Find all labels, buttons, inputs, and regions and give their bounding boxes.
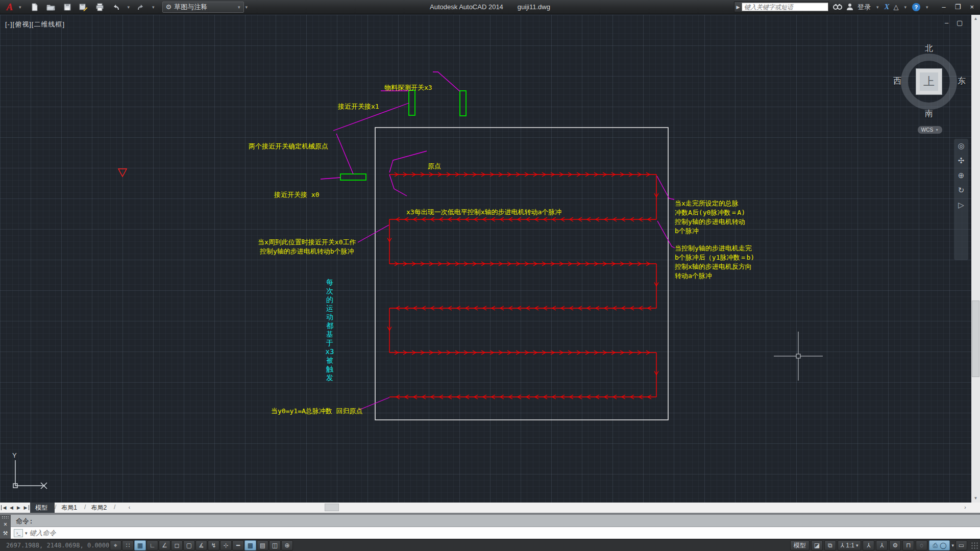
next-tab-button[interactable]: ▶ [15,505,22,510]
autodesk360-icon[interactable]: △ [893,3,898,11]
annotation-prox-x0: 接近开关接 x0 [274,190,319,199]
viewcube-top-face[interactable]: 上 [916,68,942,95]
first-tab-button[interactable]: ◀ [1,505,8,510]
a360-caret-icon[interactable]: ▾ [904,5,906,10]
annotation-visibility-button[interactable]: ⅄ [863,540,874,550]
drawing-minimize-button[interactable]: – [945,19,948,27]
snap-mode-button[interactable]: ∷ [122,540,134,550]
tab-model[interactable]: 模型 [30,503,55,513]
zoom-icon[interactable]: ⊕ [958,171,965,179]
object-snap-tracking-button[interactable]: ∡ [195,540,207,550]
layout-button[interactable]: ◪ [811,540,823,550]
scroll-right-icon[interactable]: › [962,504,969,511]
viewport-controls[interactable]: [-][俯视][二维线框] [5,20,65,29]
dynamic-ucs-button[interactable]: ↯ [208,540,219,550]
search-binoculars-icon[interactable] [833,3,842,11]
horizontal-scroll-thumb[interactable] [325,504,339,511]
annotation-prox-x1: 接近开关接x1 [338,102,379,111]
scroll-up-icon[interactable]: ▲ [971,15,980,23]
infer-constraints-button[interactable]: ⌖ [110,540,121,550]
save-as-button[interactable] [77,2,90,13]
exchange-apps-icon[interactable]: X [884,3,889,11]
command-customize-icon[interactable]: ⚒ [0,530,11,537]
qat-customize-caret-icon[interactable]: ▾ [246,5,248,10]
app-menu-caret-icon[interactable]: ▾ [19,5,21,10]
save-icon [63,3,71,11]
resize-grip[interactable] [971,542,978,549]
redo-caret-icon[interactable]: ▾ [152,5,155,10]
new-file-button[interactable] [28,2,41,13]
isolate-objects-button[interactable]: ◌ [916,540,927,550]
prev-tab-button[interactable]: ◀ [8,505,15,510]
search-input[interactable] [742,3,828,11]
tab-layout1[interactable]: 布局1 [56,503,84,513]
orbit-icon[interactable]: ↻ [958,186,965,194]
3d-object-snap-button[interactable]: ▢ [183,540,195,550]
viewcube-south[interactable]: 南 [925,109,933,119]
hardware-acceleration-group[interactable]: ⎙ ◯ [929,540,950,550]
quick-view-layouts-button[interactable]: ⧉ [824,540,836,550]
help-button[interactable]: ? [912,3,920,11]
lineweight-button[interactable]: ━ [232,540,244,550]
viewcube-north[interactable]: 北 [925,43,933,54]
clean-screen-button[interactable]: ▭ [955,540,967,550]
status-menu-caret-icon[interactable]: ▾ [951,543,954,548]
undo-caret-icon[interactable]: ▾ [128,5,130,10]
command-window-grip[interactable]: × ⚒ [0,515,11,539]
plot-button[interactable] [93,2,107,13]
polar-tracking-button[interactable]: ∠ [159,540,170,550]
annotation-scale-control[interactable]: ⅄ 1:1 ▾ [838,540,862,550]
viewcube-west[interactable]: 西 [893,76,901,87]
ortho-mode-button[interactable]: ∟ [146,540,158,550]
command-prompt-icon[interactable]: ›_ [14,529,23,537]
scroll-left-icon[interactable]: ‹ [126,504,133,511]
workspace-name: 草图与注释 [174,3,207,12]
drawing-restore-button[interactable]: ▢ [957,19,963,27]
undo-button[interactable] [110,2,123,13]
annotation-person-icon: ⅄ [841,542,844,549]
restore-button[interactable]: ❐ [955,3,961,11]
minimize-button[interactable]: – [942,3,946,11]
showmotion-icon[interactable]: ▷ [958,201,964,209]
annotation-monitor-button[interactable]: ⊕ [281,540,293,550]
help-caret-icon[interactable]: ▾ [926,5,928,10]
autocad-window: A ▾ ▾ ▾ ⚙ 草图与注释 ▾ ▾ [0,0,980,551]
steering-wheel-icon[interactable]: ◎ [958,142,964,149]
viewcube[interactable]: 北 南 西 东 上 WCS▼ [894,43,964,140]
annotation-vertical-note: 每 次 的 运 动 都 基 于 x3 被 触 发 [325,278,334,382]
drawing-canvas[interactable]: [-][俯视][二维线框] – ▢ × [0,15,980,503]
signin-caret-icon[interactable]: ▾ [876,5,879,10]
model-space-button[interactable]: 模型 [790,540,810,550]
open-file-button[interactable] [44,2,58,13]
close-button[interactable]: × [970,3,974,11]
selection-cycling-button[interactable]: ◫ [269,540,281,550]
last-tab-button[interactable]: ▶ [22,505,29,510]
save-button[interactable] [61,2,74,13]
triangle-entity [118,169,127,177]
object-snap-button[interactable]: ◻ [171,540,183,550]
plot-status-icon: ⎙ [933,542,938,549]
viewcube-east[interactable]: 东 [958,76,966,87]
workspace-switcher[interactable]: ⚙ 草图与注释 ▾ [162,2,244,13]
vertical-scrollbar[interactable]: ▲ ▼ [971,15,980,503]
pan-icon[interactable]: ✣ [958,157,965,164]
toolbar-lock-button[interactable]: ⊓ [902,540,914,550]
quick-properties-button[interactable]: ▤ [257,540,268,550]
sign-in-button[interactable]: 登录 [857,3,871,12]
autocad-logo-icon[interactable]: A [2,1,17,13]
vertical-scroll-thumb[interactable] [972,300,979,377]
horizontal-scrollbar[interactable]: ‹ › [115,503,980,513]
command-close-icon[interactable]: × [0,521,11,528]
command-input[interactable] [30,529,980,537]
redo-button[interactable] [134,2,148,13]
scroll-down-icon[interactable]: ▼ [971,494,980,503]
search-expand-icon[interactable]: ▶ [734,5,742,10]
tab-layout2[interactable]: 布局2 [86,503,114,513]
dynamic-input-button[interactable]: ⊹ [220,540,232,550]
viewcube-wcs-menu[interactable]: WCS▼ [918,126,942,134]
transparency-button[interactable]: ▩ [244,540,256,550]
grid-display-button[interactable]: ▦ [134,540,146,550]
command-recent-caret-icon[interactable]: ▾ [25,531,28,536]
workspace-switching-button[interactable]: ⚙ [889,540,901,550]
auto-annotation-button[interactable]: ⅄ [876,540,888,550]
